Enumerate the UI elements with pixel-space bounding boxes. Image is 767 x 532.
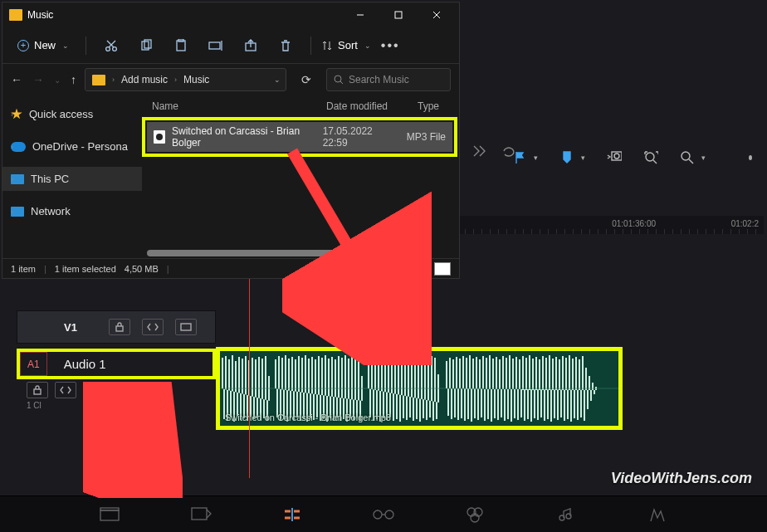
tree-onedrive[interactable]: ›OneDrive - Persona [2,134,142,159]
search-icon[interactable] [680,150,695,165]
link-code-icon[interactable] [55,382,76,398]
share-icon[interactable] [236,33,266,58]
link-code-icon[interactable] [142,319,164,335]
lock-icon[interactable] [27,382,48,398]
tree-network[interactable]: ›Network [2,199,142,223]
color-page-icon[interactable] [462,505,487,525]
flag-marker-icon[interactable] [512,150,527,165]
svg-point-2 [646,153,654,161]
address-bar[interactable]: › Add music › Music ⌄ [85,68,286,91]
svg-rect-23 [192,508,207,520]
rename-icon[interactable] [201,33,231,58]
track-name: Audio 1 [52,352,213,376]
svg-point-13 [113,46,117,51]
svg-point-12 [106,46,110,51]
page-switcher [0,495,767,532]
fusion-page-icon[interactable] [371,505,396,525]
plus-icon: + [17,40,29,51]
breadcrumb-segment[interactable]: Add music [121,74,168,85]
status-count: 1 item [11,264,36,274]
svg-line-10 [93,397,126,488]
minimize-button[interactable] [341,2,379,27]
window-title: Music [27,9,341,21]
new-button[interactable]: + New ⌄ [11,36,76,55]
explorer-toolbar: + New ⌄ Sort ⌄ ••• [2,27,459,64]
svg-rect-18 [209,42,220,49]
search-icon [334,75,344,85]
deliver-page-icon[interactable] [645,505,670,525]
svg-point-3 [682,152,690,160]
thumbnails-view-button[interactable] [434,262,451,276]
audio-file-icon [154,130,165,144]
nav-row: ← → ⌄ ↑ › Add music › Music ⌄ ⟳ Search M… [2,64,459,95]
chevron-right-icon: › [174,76,177,84]
options-dot-icon[interactable] [749,155,752,160]
chevron-down-icon[interactable]: ▾ [581,154,585,162]
chevron-down-icon[interactable]: ⌄ [274,76,281,84]
ruler-timecode: 01:01:36:00 [612,219,656,228]
track-dest-chip[interactable]: A1 [20,352,47,376]
svg-rect-6 [34,389,41,394]
cut-icon[interactable] [96,33,126,58]
chevron-down-icon[interactable]: ▾ [701,154,706,162]
folder-icon [9,9,22,21]
marker-icon[interactable] [559,150,574,165]
svg-point-1 [614,154,619,159]
up-button[interactable]: ↑ [71,73,76,86]
tree-this-pc[interactable]: ›This PC [2,167,142,191]
maximize-button[interactable] [379,2,418,27]
annotation-arrow-icon [83,382,183,498]
svg-rect-11 [395,12,402,18]
annotation-arrow-icon [282,141,432,365]
forward-button[interactable]: → [32,73,44,86]
recent-chevron-icon[interactable]: ⌄ [54,76,61,85]
breadcrumb-segment[interactable]: Music [183,74,209,85]
svg-rect-4 [116,326,123,331]
zoom-fit-icon[interactable] [607,150,622,165]
svg-point-25 [385,510,393,519]
delete-icon[interactable] [271,33,300,58]
copy-icon[interactable] [131,33,161,58]
svg-point-20 [335,76,341,82]
svg-line-9 [292,151,398,332]
cut-page-icon[interactable] [188,505,213,525]
sort-button[interactable]: Sort ⌄ [321,39,371,51]
sort-label: Sort [338,39,358,51]
edit-page-icon[interactable] [280,505,305,525]
svg-rect-5 [181,324,191,330]
watermark: VideoWithJens.com [611,470,752,487]
svg-rect-16 [177,41,185,51]
back-button[interactable]: ← [11,73,22,86]
track-label: V1 [64,321,97,334]
tree-quick-access[interactable]: ›Quick access [2,102,142,126]
more-button[interactable]: ••• [376,38,405,53]
refresh-button[interactable]: ⟳ [295,73,318,86]
close-button[interactable] [418,2,456,27]
search-input[interactable]: Search Music [326,68,451,91]
paste-icon[interactable] [166,33,196,58]
nav-tree: ›Quick access ›OneDrive - Persona ›This … [2,95,142,261]
chevron-down-icon: ⌄ [62,41,69,50]
column-name[interactable]: Name [152,100,326,112]
titlebar[interactable]: Music [2,2,459,27]
chevron-down-icon: ⌄ [364,41,371,50]
new-label: New [34,39,56,51]
timeline-toolbar: ▾ ▾ ▾ [465,141,764,174]
media-page-icon[interactable] [97,505,122,525]
column-type[interactable]: Type [418,100,449,112]
search-placeholder: Search Music [349,74,409,85]
svg-rect-22 [100,508,119,510]
svg-point-24 [374,510,382,519]
folder-icon [92,75,105,85]
chevron-right-icon: › [112,76,115,84]
svg-rect-21 [100,510,119,520]
audio-track-header[interactable]: A1 Audio 1 [17,349,216,379]
video-track-header[interactable]: V1 [17,310,216,344]
zoom-detail-icon[interactable] [643,150,658,165]
frame-icon[interactable] [175,319,197,335]
fairlight-page-icon[interactable] [554,505,579,525]
ruler-timecode: 01:02:2 [731,219,759,228]
column-date[interactable]: Date modified [326,100,418,112]
chevron-down-icon[interactable]: ▾ [534,154,538,162]
lock-icon[interactable] [109,319,130,335]
